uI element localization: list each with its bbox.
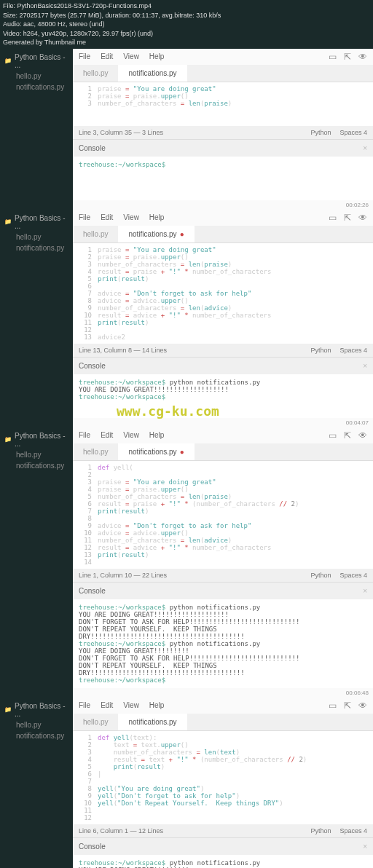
pointer-icon[interactable]: ⇱ xyxy=(344,701,351,711)
menu-file[interactable]: File xyxy=(79,213,90,221)
file-notifications-py[interactable]: notifications.py xyxy=(0,730,73,741)
console-close-icon[interactable]: × xyxy=(363,587,367,595)
file-notifications-py[interactable]: notifications.py xyxy=(0,82,73,92)
menu-edit[interactable]: Edit xyxy=(101,213,113,221)
folder-python-basics[interactable]: 📁Python Basics - ... xyxy=(0,52,73,71)
menu-view[interactable]: View xyxy=(123,52,139,60)
console-close-icon[interactable]: × xyxy=(363,362,367,370)
code-editor[interactable]: 1def yell(text):2 text = text.upper()3 n… xyxy=(73,731,373,824)
line-number: 3 xyxy=(79,478,92,486)
tab-hello[interactable]: hello.py xyxy=(73,226,118,242)
console-output[interactable]: treehouse:~/workspace$ python notificati… xyxy=(73,855,373,868)
eye-icon[interactable]: 👁 xyxy=(358,430,367,441)
code-line: 1def yell(text): xyxy=(79,734,367,741)
modified-indicator: ● xyxy=(180,230,184,238)
code-line: 9advice = "Don't forget to ask for help" xyxy=(79,522,367,529)
menu-file[interactable]: File xyxy=(79,701,90,709)
code-line: 5number_of_characters = len(praise) xyxy=(79,493,367,500)
menu-view[interactable]: View xyxy=(123,213,139,221)
tab-hello[interactable]: hello.py xyxy=(73,443,118,460)
preview-icon[interactable]: ▭ xyxy=(329,213,337,223)
tab-hello[interactable]: hello.py xyxy=(73,65,118,82)
status-spaces[interactable]: Spaces 4 xyxy=(339,827,367,835)
menu-edit[interactable]: Edit xyxy=(101,701,113,709)
line-number: 4 xyxy=(79,486,92,493)
tab-notifications[interactable]: notifications.py xyxy=(118,65,186,82)
console-output[interactable]: treehouse:~/workspace$ python notificati… xyxy=(73,374,373,418)
status-bar: Line 1, Column 10 — 22 Lines Python Spac… xyxy=(73,569,373,582)
code-editor[interactable]: 1praise = "You are doing great"2praise =… xyxy=(73,243,373,344)
folder-python-basics[interactable]: 📁Python Basics - ... xyxy=(0,701,73,719)
editor-tabs: hello.py notifications.py● xyxy=(73,226,373,243)
console-output[interactable]: treehouse:~/workspace$ python notificati… xyxy=(73,599,373,688)
menu-edit[interactable]: Edit xyxy=(101,52,113,60)
line-number: 5 xyxy=(79,763,92,770)
file-hello-py[interactable]: hello.py xyxy=(0,719,73,730)
eye-icon[interactable]: 👁 xyxy=(358,213,367,223)
status-spaces[interactable]: Spaces 4 xyxy=(339,347,367,354)
folder-python-basics[interactable]: 📁Python Basics - ... xyxy=(0,213,73,232)
tab-notifications[interactable]: notifications.py● xyxy=(118,226,194,242)
pointer-icon[interactable]: ⇱ xyxy=(344,52,351,62)
pointer-icon[interactable]: ⇱ xyxy=(344,213,351,223)
tab-hello[interactable]: hello.py xyxy=(73,714,118,730)
menu-edit[interactable]: Edit xyxy=(101,431,113,439)
line-number: 6 xyxy=(79,500,92,508)
status-language[interactable]: Python xyxy=(310,572,331,579)
code-editor[interactable]: 1praise = "You are doing great"2praise =… xyxy=(73,82,373,126)
menu-help[interactable]: Help xyxy=(149,701,165,709)
console-header: Console × xyxy=(73,837,373,855)
status-spaces[interactable]: Spaces 4 xyxy=(339,572,367,579)
tab-notifications[interactable]: notifications.py xyxy=(118,714,186,730)
timestamp: 00:02:26 xyxy=(73,200,373,210)
eye-icon[interactable]: 👁 xyxy=(358,52,367,62)
modified-indicator: ● xyxy=(180,448,184,456)
menu-view[interactable]: View xyxy=(123,431,139,439)
code-line: 8advice = advice.upper() xyxy=(79,297,367,304)
pointer-icon[interactable]: ⇱ xyxy=(344,430,351,441)
code-editor[interactable]: 1def yell(23praise = "You are doing grea… xyxy=(73,461,373,569)
file-hello-py[interactable]: hello.py xyxy=(0,232,73,242)
line-number: 11 xyxy=(79,319,92,326)
file-notifications-py[interactable]: notifications.py xyxy=(0,242,73,253)
preview-icon[interactable]: ▭ xyxy=(329,701,337,711)
console-close-icon[interactable]: × xyxy=(363,144,367,152)
tab-notifications[interactable]: notifications.py● xyxy=(118,443,194,460)
console-close-icon[interactable]: × xyxy=(363,843,367,851)
code-line: 4result = praise + "!" * number_of_chara… xyxy=(79,268,367,275)
menu-help[interactable]: Help xyxy=(149,431,165,439)
code-line: 6result = praise + "!" * (number_of_char… xyxy=(79,500,367,508)
menu-file[interactable]: File xyxy=(79,431,90,439)
folder-label: Python Basics - ... xyxy=(15,214,68,230)
line-number: 1 xyxy=(79,85,92,92)
status-language[interactable]: Python xyxy=(310,827,331,835)
menubar: File Edit View Help ▭ ⇱ 👁 xyxy=(73,210,373,226)
file-hello-py[interactable]: hello.py xyxy=(0,449,73,460)
file-hello-py[interactable]: hello.py xyxy=(0,71,73,82)
preview-icon[interactable]: ▭ xyxy=(329,52,337,62)
line-number: 10 xyxy=(79,800,92,807)
status-spaces[interactable]: Spaces 4 xyxy=(339,129,367,136)
folder-python-basics[interactable]: 📁Python Basics - ... xyxy=(0,430,73,449)
folder-label: Python Basics - ... xyxy=(15,53,68,69)
preview-icon[interactable]: ▭ xyxy=(329,430,337,441)
console-label: Console xyxy=(79,843,106,851)
console-header: Console × xyxy=(73,139,373,157)
menu-help[interactable]: Help xyxy=(149,52,165,60)
file-notifications-py[interactable]: notifications.py xyxy=(0,460,73,471)
menu-view[interactable]: View xyxy=(123,701,139,709)
menu-help[interactable]: Help xyxy=(149,213,165,221)
status-language[interactable]: Python xyxy=(310,129,331,136)
line-number: 2 xyxy=(79,253,92,261)
code-line: 6| xyxy=(79,770,367,778)
status-cursor: Line 13, Column 8 — 14 Lines xyxy=(79,347,167,354)
eye-icon[interactable]: 👁 xyxy=(358,701,367,711)
line-number: 2 xyxy=(79,741,92,749)
meta-gen: Generated by Thumbnail me xyxy=(3,38,370,47)
menu-file[interactable]: File xyxy=(79,52,90,60)
console-output[interactable]: treehouse:~/workspace$ xyxy=(73,157,373,200)
status-language[interactable]: Python xyxy=(310,347,331,354)
editor-tabs: hello.py notifications.py xyxy=(73,714,373,731)
code-line: 13print(result) xyxy=(79,551,367,559)
line-number: 11 xyxy=(79,537,92,544)
